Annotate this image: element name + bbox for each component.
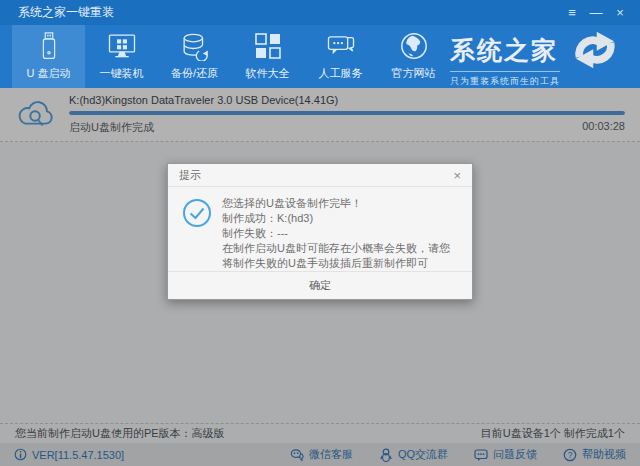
dialog-line-success: 制作成功：K:(hd3) xyxy=(222,211,459,226)
check-circle-icon xyxy=(182,198,212,228)
nav-item-support[interactable]: 人工服务 xyxy=(304,25,377,88)
double-arrow-logo-icon xyxy=(564,31,626,69)
brand: 系统之家 只为重装系统而生的工具 xyxy=(450,25,640,88)
nav-label: 备份/还原 xyxy=(171,66,218,81)
dialog-title: 提示 xyxy=(179,168,201,183)
brand-name: 系统之家 xyxy=(450,35,558,65)
dialog-line-complete: 您选择的U盘设备制作完毕！ xyxy=(222,196,459,211)
nav-item-usb-boot[interactable]: U 盘启动 xyxy=(12,25,85,88)
window-controls: ≡ — × xyxy=(560,0,632,25)
titlebar: 系统之家一键重装 ≡ — × xyxy=(0,0,640,25)
usb-drive-icon xyxy=(34,31,64,61)
prompt-dialog: 提示 × 您选择的U盘设备制作完毕！ 制作成功：K:(hd3) 制作失败：---… xyxy=(167,163,473,300)
dialog-message: 您选择的U盘设备制作完毕！ 制作成功：K:(hd3) 制作失败：--- 在制作启… xyxy=(212,196,459,271)
menu-icon[interactable]: ≡ xyxy=(560,0,584,25)
content-area: K:(hd3)Kingston DataTraveler 3.0 USB Dev… xyxy=(0,88,640,466)
dialog-line-note: 在制作启动U盘时可能存在小概率会失败，请您将制作失败的U盘手动拔插后重新制作即可 xyxy=(222,241,459,271)
nav-item-software[interactable]: 软件大全 xyxy=(231,25,304,88)
dialog-body: 您选择的U盘设备制作完毕！ 制作成功：K:(hd3) 制作失败：--- 在制作启… xyxy=(168,187,472,271)
backup-restore-icon xyxy=(180,31,210,61)
dialog-header: 提示 × xyxy=(168,164,472,187)
window-title: 系统之家一键重装 xyxy=(18,4,114,21)
nav-label: U 盘启动 xyxy=(27,66,71,81)
close-icon[interactable]: × xyxy=(608,0,632,25)
globe-icon xyxy=(399,31,429,61)
software-grid-icon xyxy=(253,31,283,61)
nav-label: 官方网站 xyxy=(392,66,436,81)
minimize-icon[interactable]: — xyxy=(584,0,608,25)
nav-item-one-click-install[interactable]: 一键装机 xyxy=(85,25,158,88)
nav-item-backup-restore[interactable]: 备份/还原 xyxy=(158,25,231,88)
nav-label: 软件大全 xyxy=(246,66,290,81)
dialog-close-icon[interactable]: × xyxy=(453,169,461,182)
app-window: 系统之家一键重装 ≡ — × U 盘启动 xyxy=(0,0,640,466)
main-navbar: U 盘启动 一键装机 备份/还原 xyxy=(0,25,640,88)
monitor-windows-icon xyxy=(107,31,137,61)
dialog-footer: 确定 xyxy=(168,271,472,299)
nav-label: 一键装机 xyxy=(100,66,144,81)
nav-item-official-site[interactable]: 官方网站 xyxy=(377,25,450,88)
nav-label: 人工服务 xyxy=(319,66,363,81)
ok-button[interactable]: 确定 xyxy=(275,274,365,297)
support-chat-icon xyxy=(326,31,356,61)
dialog-line-failed: 制作失败：--- xyxy=(222,226,459,241)
brand-tagline: 只为重装系统而生的工具 xyxy=(450,71,560,88)
